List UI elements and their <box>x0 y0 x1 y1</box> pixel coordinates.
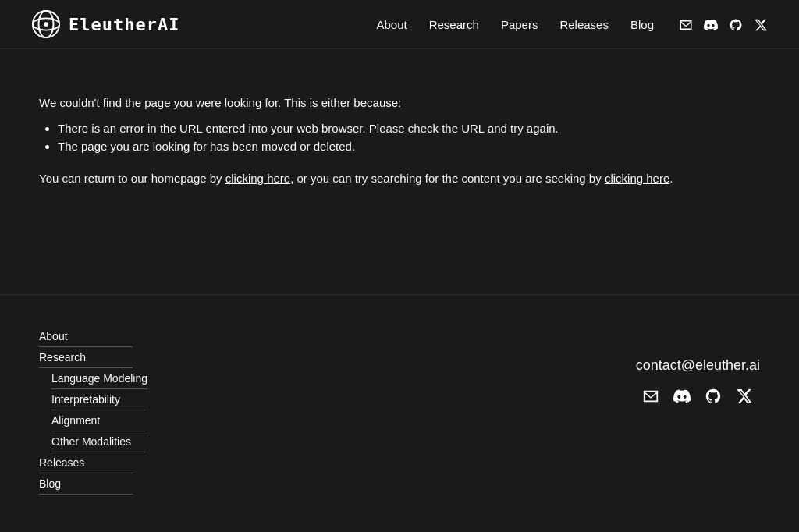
cta-middle: , or you can try searching for the conte… <box>290 172 605 185</box>
footer-other-modalities[interactable]: Other Modalities <box>51 431 145 452</box>
cta-link-search[interactable]: clicking here <box>605 172 669 185</box>
cta-suffix: . <box>669 172 673 185</box>
footer-nav: About Research Language Modeling Interpr… <box>39 326 147 495</box>
nav-twitter-icon[interactable] <box>754 16 768 32</box>
footer-twitter-icon[interactable] <box>736 386 753 405</box>
footer-about[interactable]: About <box>39 326 133 347</box>
nav-papers[interactable]: Papers <box>501 18 538 31</box>
nav-about[interactable]: About <box>376 18 407 31</box>
nav-discord-icon[interactable] <box>704 16 718 32</box>
site-logo-icon <box>31 9 61 39</box>
contact-email-link[interactable]: contact@eleuther.ai <box>636 357 760 374</box>
footer-releases[interactable]: Releases <box>39 452 133 473</box>
error-intro: We couldn't find the page you were looki… <box>39 96 760 109</box>
cta-prefix: You can return to our homepage by <box>39 172 225 185</box>
main-content: We couldn't find the page you were looki… <box>0 49 799 247</box>
footer-github-icon[interactable] <box>705 386 722 405</box>
error-list: There is an error in the URL entered int… <box>39 122 760 153</box>
error-bullet-2: The page you are looking for has been mo… <box>58 140 760 153</box>
nav-releases[interactable]: Releases <box>559 18 609 31</box>
site-header: EleutherAI About Research Papers Release… <box>0 0 799 49</box>
footer-research[interactable]: Research <box>39 347 133 368</box>
site-footer: About Research Language Modeling Interpr… <box>0 294 799 518</box>
nav-github-icon[interactable] <box>729 16 743 32</box>
footer-language-modeling[interactable]: Language Modeling <box>51 368 147 389</box>
nav-social-icons <box>679 16 768 32</box>
logo-area[interactable]: EleutherAI <box>31 9 179 39</box>
footer-email-icon[interactable] <box>642 386 659 405</box>
nav-blog[interactable]: Blog <box>630 18 654 31</box>
nav-research[interactable]: Research <box>429 18 479 31</box>
footer-subnav: Language Modeling Interpretability Align… <box>39 368 147 452</box>
footer-blog[interactable]: Blog <box>39 473 133 495</box>
error-bullet-1: There is an error in the URL entered int… <box>58 122 760 135</box>
cta-link-homepage[interactable]: clicking here <box>225 172 290 185</box>
error-cta: You can return to our homepage by clicki… <box>39 172 760 185</box>
footer-discord-icon[interactable] <box>673 386 691 405</box>
footer-contact: contact@eleuther.ai <box>636 326 760 405</box>
footer-social-icons <box>642 386 753 405</box>
main-nav: About Research Papers Releases Blog <box>376 16 768 32</box>
footer-alignment[interactable]: Alignment <box>51 410 145 431</box>
site-name: EleutherAI <box>69 15 179 34</box>
nav-email-icon[interactable] <box>679 16 693 32</box>
footer-interpretability[interactable]: Interpretability <box>51 389 145 410</box>
svg-point-3 <box>44 22 48 27</box>
